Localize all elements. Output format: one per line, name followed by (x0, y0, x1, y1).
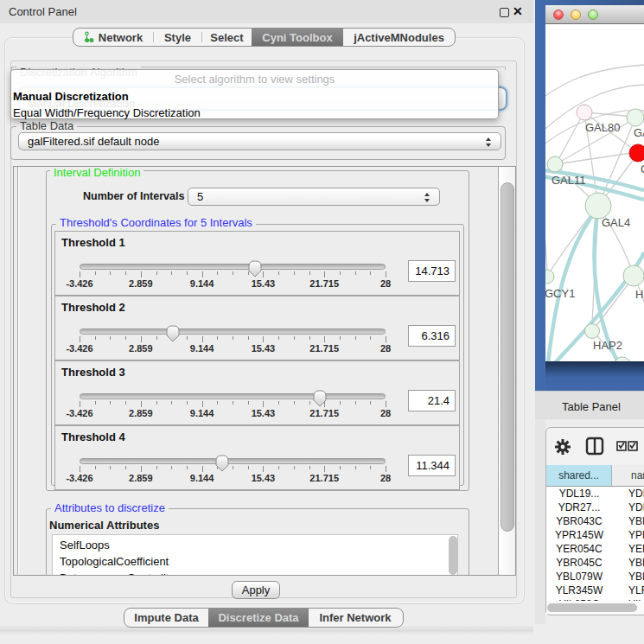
attribute-item[interactable]: SelfLoops (60, 537, 110, 553)
slider-tick-label: 2.859 (119, 473, 163, 483)
cell-name: YLR345W (628, 583, 644, 597)
tab-impute-data[interactable]: Impute Data (124, 609, 208, 627)
tab-infer-network[interactable]: Infer Network (309, 609, 402, 627)
network-edge (545, 233, 547, 270)
tab-discretize-data[interactable]: Discretize Data (208, 609, 309, 627)
cell-shared-name: YBL079W (546, 570, 612, 583)
minimize-traffic-light-icon[interactable] (571, 10, 581, 20)
cell-name: YDR27... (628, 501, 644, 514)
algorithm-dropdown-placeholder[interactable]: Select algorithm to view settings (11, 70, 498, 88)
cell-name: YPR145W (628, 528, 644, 542)
table-data-group-label: Table Data (16, 120, 77, 131)
tab-network[interactable]: Network (73, 29, 153, 46)
column-layout-icon[interactable] (585, 437, 604, 456)
slider-tick (263, 401, 264, 407)
table-row[interactable]: YBL079WYBL079W (546, 570, 644, 583)
network-canvas[interactable]: GAL80GAL1CGAL11GAL4GCY1HHAP2 (545, 24, 644, 361)
gear-icon[interactable] (554, 438, 571, 456)
threshold-slider-track[interactable] (80, 458, 386, 464)
slider-tick-label: 2.859 (119, 343, 163, 354)
slider-tick (141, 466, 142, 472)
table-hscrollbar-thumb[interactable] (547, 603, 637, 612)
table-row[interactable]: YBR043CYBR043C (546, 514, 644, 528)
slider-tick (80, 336, 80, 342)
close-traffic-light-icon[interactable] (553, 10, 564, 20)
select-columns-icon[interactable] (616, 441, 639, 451)
table-row[interactable]: YBR045CYBR045C (546, 556, 644, 570)
slider-tick (386, 401, 386, 407)
threshold-box-2: Threshold 2-3.4262.8599.14415.4321.71528… (54, 296, 460, 360)
threshold-value-field[interactable]: 6.316 (408, 325, 456, 347)
threshold-slider-thumb[interactable] (248, 260, 262, 277)
zoom-traffic-light-icon[interactable] (588, 10, 598, 20)
slider-tick (171, 271, 172, 275)
threshold-slider-track[interactable] (80, 328, 386, 335)
float-window-icon[interactable] (500, 8, 509, 17)
network-node[interactable] (545, 270, 554, 284)
threshold-slider-thumb[interactable] (313, 390, 327, 407)
control-panel-tabbar: NetworkStyleSelectCyni ToolboxjActiveMNo… (73, 28, 456, 47)
network-node-label: GAL4 (602, 216, 630, 229)
close-icon[interactable]: ✕ (513, 4, 523, 18)
slider-tick-label: 15.43 (241, 343, 284, 354)
threshold-slider-thumb[interactable] (215, 455, 229, 472)
attribute-item[interactable]: TopologicalCoefficient (60, 553, 169, 570)
slider-tick (294, 336, 295, 340)
tab-style[interactable]: Style (154, 29, 201, 46)
network-node[interactable] (627, 109, 644, 126)
slider-tick (156, 336, 157, 340)
table-row[interactable]: YDR27...YDR27... (546, 501, 644, 514)
column-header-name[interactable]: name (613, 465, 644, 486)
slider-tick-label: 15.43 (241, 278, 284, 289)
slider-tick (340, 466, 341, 469)
node-table[interactable]: shared... name YDL19...YDL19...YDR27...Y… (546, 465, 644, 601)
slider-tick (309, 466, 310, 469)
slider-tick (110, 401, 111, 405)
tab-jactivemnodules[interactable]: jActiveMNodules (343, 29, 455, 46)
cell-shared-name: YBR045C (546, 556, 612, 570)
tab-cyni-toolbox[interactable]: Cyni Toolbox (252, 29, 343, 46)
threshold-value-field[interactable]: 11.344 (408, 455, 456, 476)
slider-tick-label: 28 (364, 343, 407, 354)
slider-tick (324, 466, 325, 472)
threshold-slider-track[interactable] (80, 393, 386, 399)
slider-tick-label: 21.715 (303, 473, 346, 483)
threshold-value-field[interactable]: 21.4 (408, 390, 456, 411)
cell-name: YBL079W (628, 570, 644, 583)
table-row[interactable]: YDL19...YDL19... (546, 487, 644, 501)
apply-button[interactable]: Apply (232, 581, 280, 599)
network-node-label: GAL1 (634, 126, 644, 139)
slider-tick (309, 401, 310, 405)
attribute-item[interactable]: BetweennessCentrality (60, 570, 175, 576)
network-node-label: GCY1 (545, 287, 575, 300)
scrollbar-thumb[interactable] (501, 182, 514, 532)
table-row[interactable]: YPR145WYPR145W (546, 528, 644, 542)
table-row[interactable]: YER054CYER054C (546, 542, 644, 556)
attributes-list-scrollbar[interactable] (449, 536, 457, 575)
slider-tick (324, 336, 325, 342)
algorithm-option-equal-width[interactable]: Equal Width/Frequency Discretization (11, 105, 498, 121)
threshold-slider-track[interactable] (80, 264, 386, 270)
slider-tick (248, 466, 249, 469)
number-of-intervals-spinner[interactable]: 5 (188, 188, 440, 206)
table-data-combobox[interactable]: galFiltered.sif default node (18, 132, 501, 150)
numerical-attributes-list[interactable]: SelfLoopsTopologicalCoefficientBetweenne… (52, 534, 458, 576)
table-row[interactable]: YLR345WYLR345W (546, 583, 644, 597)
network-node-label: HAP2 (593, 339, 622, 352)
slider-tick-label: 9.144 (181, 278, 224, 289)
threshold-slider-thumb[interactable] (166, 325, 180, 342)
network-node[interactable] (585, 193, 611, 219)
network-node[interactable] (629, 144, 644, 162)
network-node[interactable] (585, 324, 600, 339)
threshold-value-field[interactable]: 14.713 (408, 260, 456, 282)
slider-tick (125, 271, 126, 275)
network-node[interactable] (623, 265, 644, 286)
cell-shared-name: YBR043C (546, 514, 612, 528)
slider-tick (233, 401, 233, 405)
column-header-shared-name[interactable]: shared... (546, 465, 612, 486)
network-node[interactable] (547, 156, 563, 172)
slider-tick (171, 466, 172, 469)
algorithm-option-manual[interactable]: Manual Discretization (11, 88, 498, 105)
tab-select[interactable]: Select (202, 29, 252, 46)
network-node[interactable] (577, 105, 592, 120)
